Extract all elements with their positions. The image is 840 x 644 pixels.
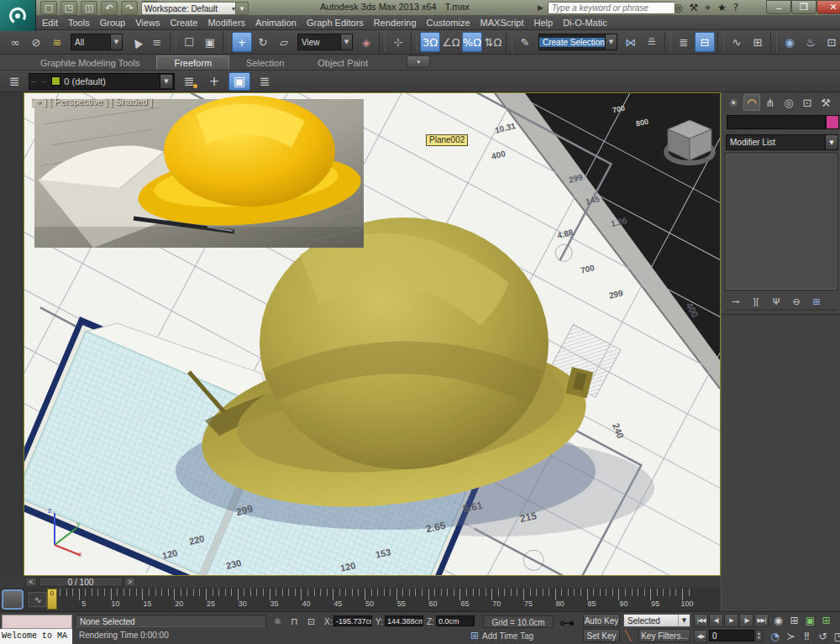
mirror-icon[interactable]: ⋈ <box>621 32 641 52</box>
time-slider[interactable]: 0 <box>47 589 57 610</box>
bind-to-space-warp-icon[interactable]: ≋ <box>47 32 67 52</box>
open-file-icon[interactable]: ◳ <box>60 1 77 15</box>
trackbar-mode-button[interactable] <box>2 589 24 610</box>
chevron-down-icon[interactable]: ▼ <box>160 75 172 88</box>
select-objects-in-layer-icon[interactable]: ▣ <box>228 72 250 91</box>
add-time-tag[interactable]: ⊞ Add Time Tag <box>470 630 533 641</box>
set-current-layer-icon[interactable]: ≣ <box>254 72 276 91</box>
menu-tools[interactable]: Tools <box>63 18 95 28</box>
select-by-name-icon[interactable]: ≡ <box>147 32 167 52</box>
tab-display[interactable]: ⊡ <box>799 94 816 111</box>
current-frame-field[interactable] <box>709 630 754 641</box>
edit-named-selection-sets-icon[interactable]: ✎ <box>515 32 535 52</box>
ribbon-tab-object-paint[interactable]: Object Paint <box>301 56 385 70</box>
rendered-frame-window-icon[interactable]: ⊡ <box>822 32 840 52</box>
menu-help[interactable]: Help <box>529 18 559 28</box>
ribbon-tab-selection[interactable]: Selection <box>229 56 301 70</box>
undo-icon[interactable]: ↶ <box>101 1 118 15</box>
material-editor-icon[interactable]: ◉ <box>780 32 800 52</box>
infocenter-search-input[interactable] <box>548 2 675 14</box>
open-mini-curve-editor-icon[interactable]: ∿ <box>29 592 47 607</box>
maximize-button[interactable]: ❐ <box>791 0 816 14</box>
select-and-scale-icon[interactable]: ▱ <box>274 32 294 52</box>
chevron-down-icon[interactable]: ▼ <box>605 34 617 50</box>
timeline-ruler[interactable]: 0510152025303540455055606570758085909510… <box>47 588 697 610</box>
graphite-ribbon-toggle-icon[interactable]: ⊟ <box>695 32 715 52</box>
unlink-selection-icon[interactable]: ⊘ <box>26 32 46 52</box>
toolbar-options-icon[interactable]: ▼ <box>235 2 249 15</box>
layer-manager-icon[interactable]: ≣ <box>674 32 694 52</box>
menu-rendering[interactable]: Rendering <box>369 18 422 28</box>
curve-editor-icon[interactable]: ∿ <box>727 32 747 52</box>
configure-modifier-sets-icon[interactable]: ⊞ <box>809 295 824 308</box>
chevron-down-icon[interactable]: ▼ <box>825 135 837 149</box>
angle-snap-icon[interactable]: ∠Ω <box>441 32 461 52</box>
search-icon[interactable]: ◎ <box>674 2 682 13</box>
render-setup-icon[interactable]: ♨ <box>801 32 821 52</box>
set-key-brush-icon[interactable]: ╲ <box>625 630 631 641</box>
layer-manager-toggle-icon[interactable]: ≣ <box>3 72 25 91</box>
selection-lock-icon[interactable]: ⊓ <box>287 615 302 628</box>
set-key-button[interactable]: Set Key <box>583 629 620 642</box>
object-color-swatch[interactable] <box>826 115 839 129</box>
minimize-button[interactable]: – <box>766 0 791 14</box>
time-slider-track[interactable]: ∿ 05101520253035404550556065707580859095… <box>0 588 721 612</box>
remove-modifier-icon[interactable]: ⊖ <box>789 295 804 308</box>
set-keys-icon[interactable]: ⊶ <box>554 614 580 631</box>
window-crossing-icon[interactable]: ▣ <box>200 32 220 52</box>
ribbon-tab-freeform[interactable]: Freeform <box>156 55 229 70</box>
tab-hierarchy[interactable]: ⋔ <box>762 94 779 111</box>
modifier-list-dropdown[interactable]: Modifier List ▼ <box>726 134 838 150</box>
tab-motion[interactable]: ◎ <box>780 94 797 111</box>
select-and-manipulate-icon[interactable]: ⊹ <box>388 32 408 52</box>
menu-modifiers[interactable]: Modifiers <box>202 18 250 28</box>
modifier-stack-list[interactable] <box>725 153 837 291</box>
zoom-extents-all-icon[interactable]: ⊞ <box>819 614 833 627</box>
menu-graph-editors[interactable]: Graph Editors <box>302 18 369 28</box>
menu-customize[interactable]: Customize <box>422 18 475 28</box>
menu-group[interactable]: Group <box>95 18 131 28</box>
select-and-move-icon[interactable]: + <box>232 32 252 52</box>
key-filters-button[interactable]: Key Filters... <box>638 629 690 642</box>
ribbon-minimize-icon[interactable]: ▾ <box>407 55 430 68</box>
key-mode-dropdown[interactable]: Selected ▼ <box>623 614 690 627</box>
use-pivot-center-icon[interactable]: ◈ <box>356 32 376 52</box>
menu-animation[interactable]: Animation <box>250 18 302 28</box>
y-coord-field[interactable]: 144.388cm <box>385 615 423 626</box>
pin-stack-icon[interactable]: ⊸ <box>728 295 743 308</box>
reference-coordinate-dropdown[interactable]: View▼ <box>297 34 353 50</box>
go-to-start-icon[interactable]: |◀◀ <box>694 614 708 627</box>
tab-create[interactable]: ☀ <box>725 94 742 111</box>
key-step-toggle-icon[interactable]: ◀▶ <box>694 630 707 643</box>
close-button[interactable]: ✕ <box>816 0 840 14</box>
new-scene-icon[interactable]: □ <box>40 1 57 15</box>
rectangular-selection-icon[interactable]: ☐ <box>179 32 199 52</box>
workspace-dropdown[interactable]: Workspace: Default ▾ <box>141 2 239 15</box>
orbit-icon[interactable]: ↺ <box>816 630 830 643</box>
spinner-snap-icon[interactable]: ⇅Ω <box>483 32 503 52</box>
viewport-label[interactable]: [ + ] [ Perspective ] [ Shaded ] <box>31 97 153 107</box>
next-frame-icon[interactable]: |▶ <box>739 614 753 627</box>
current-layer-dropdown[interactable]: ‒ ‒ 0 (default) ▼ <box>29 73 175 90</box>
align-icon[interactable]: ≞ <box>642 32 662 52</box>
next-frame-button[interactable]: > <box>124 577 136 587</box>
help-icon[interactable]: ? <box>733 2 738 13</box>
perspective-viewport[interactable]: z y x [ + ] [ Perspective ] [ Shaded ] P… <box>24 92 721 576</box>
maxscript-mini-listener[interactable]: Welcome to MA <box>0 629 72 644</box>
menu-create[interactable]: Create <box>165 18 202 28</box>
communication-center-icon[interactable]: ⌖ <box>705 2 711 13</box>
named-selection-dropdown[interactable]: Create Selection Se▼ <box>538 34 617 50</box>
auto-key-button[interactable]: Auto Key <box>583 614 620 627</box>
maxscript-mini-listener-macro[interactable] <box>2 615 72 629</box>
zoom-extents-selected-icon[interactable]: ▣ <box>803 614 817 627</box>
ribbon-tab-graphite-modeling-tools[interactable]: Graphite Modeling Tools <box>24 56 156 70</box>
absolute-offset-toggle-icon[interactable]: ⊡ <box>304 615 318 628</box>
application-menu-button[interactable] <box>0 0 36 31</box>
select-and-rotate-icon[interactable]: ↻ <box>253 32 273 52</box>
select-object-icon[interactable]: ▲ <box>122 28 150 55</box>
x-coord-field[interactable]: -195.737cm <box>333 615 372 626</box>
menu-di-o-matic[interactable]: Di-O-Matic <box>558 18 612 28</box>
zoom-all-icon[interactable]: ⊞ <box>787 614 801 627</box>
favorites-icon[interactable]: ★ <box>717 2 727 13</box>
maximize-viewport-icon[interactable]: ◳ <box>832 630 840 643</box>
